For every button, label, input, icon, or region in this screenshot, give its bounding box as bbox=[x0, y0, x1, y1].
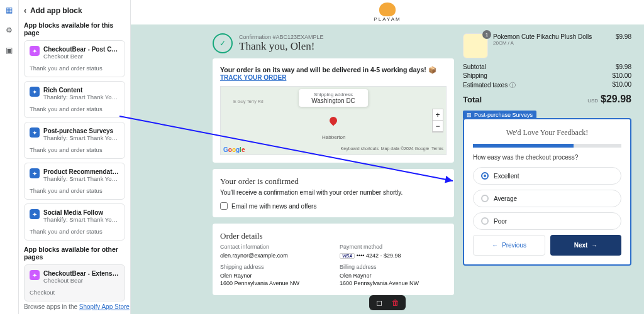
next-button[interactable]: Next→ bbox=[550, 235, 621, 256]
track-order-link[interactable]: TRACK YOUR ORDER bbox=[220, 74, 286, 81]
logo-bar: PLAYAM bbox=[131, 0, 644, 24]
block-icon: ✦ bbox=[30, 46, 40, 56]
zoom-out-button[interactable]: − bbox=[433, 121, 443, 132]
block-footer: Thank you and order status bbox=[30, 65, 119, 72]
block-subtitle: Checkout Bear bbox=[43, 53, 119, 60]
block-icon: ✦ bbox=[30, 127, 40, 138]
browse-apps: Browse apps in the Shopify App Store bbox=[24, 303, 130, 310]
apps-icon[interactable]: ▣ bbox=[4, 45, 14, 55]
product-price: $9.98 bbox=[616, 33, 631, 40]
survey-widget: We'd Love Your Feedback! How easy was th… bbox=[463, 118, 631, 266]
settings-icon[interactable]: ⚙ bbox=[4, 25, 14, 35]
option-poor[interactable]: Poor bbox=[473, 212, 621, 230]
cart-line-item: 1 Pokemon Cute Pikachu Plush Dolls 20CM … bbox=[463, 33, 631, 58]
block-product-recommendations[interactable]: ✦ Product Recommendations Thankify: Smar… bbox=[24, 163, 125, 200]
sections-icon[interactable]: ▦ bbox=[4, 5, 14, 15]
product-variant: 20CM / A bbox=[493, 40, 611, 46]
map[interactable]: E Guy Terry Rd Habberton Shipping addres… bbox=[220, 86, 447, 155]
block-checkoutbear-extension[interactable]: ✦ CheckoutBear - Extension Checkout Bear… bbox=[24, 264, 125, 301]
visa-icon: VISA bbox=[340, 253, 355, 259]
section-this-page: App blocks available for this page bbox=[24, 21, 125, 36]
order-details-title: Order details bbox=[220, 231, 447, 241]
survey-title: We'd Love Your Feedback! bbox=[473, 128, 621, 138]
sidebar-title: Add app block bbox=[30, 6, 82, 15]
radio-icon bbox=[481, 195, 489, 202]
order-details-card: Order details Contact information olen.r… bbox=[213, 224, 454, 295]
shipping-message: Your order is on its way and will be del… bbox=[220, 66, 447, 74]
block-icon: ✦ bbox=[30, 168, 40, 178]
section-other-pages: App blocks available for other pages bbox=[24, 246, 125, 261]
previous-button[interactable]: ←Previous bbox=[473, 235, 545, 256]
block-checkoutbear-post[interactable]: ✦ CheckoutBear - Post Checkout Checkout … bbox=[24, 40, 125, 77]
preview-area: PLAYAM ✓ Confirmation #ABC123EXAMPLE Tha… bbox=[131, 0, 644, 314]
arrow-right-icon: → bbox=[591, 242, 597, 249]
option-excellent[interactable]: Excellent bbox=[473, 167, 621, 185]
confirmed-title: Your order is confirmed bbox=[220, 176, 447, 187]
total-row: Total USD$29.98 bbox=[463, 94, 631, 105]
confirmed-card: Your order is confirmed You'll receive a… bbox=[213, 169, 454, 217]
icon-rail: ▦ ⚙ ▣ bbox=[0, 0, 19, 314]
thankyou-text: Thank you, Olen! bbox=[239, 40, 324, 53]
block-title: CheckoutBear - Post Checkout bbox=[43, 46, 119, 53]
delete-icon[interactable]: 🗑 bbox=[391, 298, 401, 308]
survey-question: How easy was the checkout process? bbox=[473, 154, 621, 161]
product-title: Pokemon Cute Pikachu Plush Dolls bbox=[493, 33, 611, 40]
news-checkbox[interactable] bbox=[220, 202, 228, 210]
qty-badge: 1 bbox=[482, 30, 491, 39]
chevron-left-icon: ‹ bbox=[24, 6, 26, 15]
product-thumb: 1 bbox=[463, 33, 488, 58]
check-icon: ✓ bbox=[213, 33, 233, 53]
puzzle-icon: ⊞ bbox=[467, 112, 472, 118]
block-rich-content[interactable]: ✦ Rich Content Thankify: Smart Thank You… bbox=[24, 81, 125, 118]
thankyou-header: ✓ Confirmation #ABC123EXAMPLE Thank you,… bbox=[213, 33, 454, 53]
confirmation-number: Confirmation #ABC123EXAMPLE bbox=[239, 34, 324, 40]
zoom-in-button[interactable]: + bbox=[433, 109, 443, 121]
floating-toolbar: ◻ 🗑 bbox=[369, 295, 406, 310]
news-optin[interactable]: Email me with news and offers bbox=[220, 202, 447, 210]
google-logo: Google bbox=[223, 146, 245, 153]
block-post-purchase-surveys[interactable]: ✦ Post-purchase Surveys Thankify: Smart … bbox=[24, 122, 125, 159]
tracking-card: Your order is on its way and will be del… bbox=[213, 58, 454, 163]
confirmed-message: You'll receive a confirmation email with… bbox=[220, 189, 447, 196]
block-icon: ✦ bbox=[30, 270, 40, 280]
block-icon: ✦ bbox=[30, 209, 40, 219]
sidebar: ‹ Add app block App blocks available for… bbox=[19, 0, 131, 314]
contact-email: olen.raynor@example.com bbox=[220, 252, 327, 259]
map-pin-icon bbox=[328, 116, 339, 126]
survey-progress bbox=[473, 144, 621, 148]
block-social-media-follow[interactable]: ✦ Social Media Follow Thankify: Smart Th… bbox=[24, 203, 125, 241]
shopify-app-store-link[interactable]: Shopify App Store bbox=[79, 303, 130, 310]
block-icon: ✦ bbox=[30, 87, 40, 97]
help-icon[interactable]: ⓘ bbox=[509, 82, 516, 89]
option-average[interactable]: Average bbox=[473, 190, 621, 207]
sidebar-header[interactable]: ‹ Add app block bbox=[24, 6, 125, 15]
radio-icon bbox=[481, 172, 489, 180]
store-logo: PLAYAM bbox=[374, 3, 401, 22]
radio-icon bbox=[481, 217, 489, 225]
survey-tag[interactable]: ⊞ Post-purchase Surveys bbox=[463, 111, 536, 119]
address-popover: Shipping address Washington DC bbox=[299, 89, 368, 107]
arrow-left-icon: ← bbox=[492, 242, 498, 249]
map-zoom: + − bbox=[432, 109, 443, 133]
hide-icon[interactable]: ◻ bbox=[374, 298, 384, 308]
